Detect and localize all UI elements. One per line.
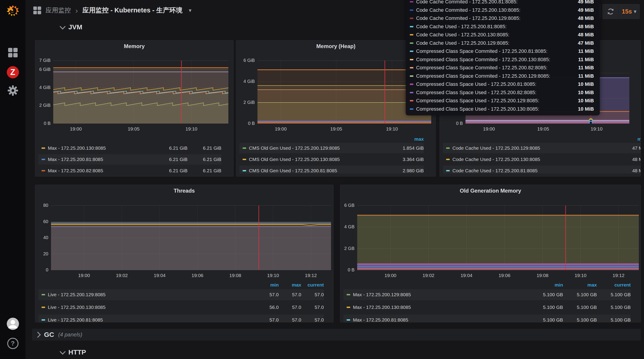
legend-column-header[interactable]: max bbox=[390, 136, 424, 142]
x-axis-tick-label: 19:10 bbox=[584, 126, 609, 132]
y-axis-tick-label: 20 bbox=[35, 251, 48, 256]
legend-series-name[interactable]: CMS Old Gen Used - 172.25.200.130:8085 bbox=[249, 157, 390, 162]
legend-series-name[interactable]: Max - 172.25.200.81:8085 bbox=[48, 157, 154, 162]
legend-series-value: 5.100 GB bbox=[563, 317, 597, 322]
grafana-logo-icon[interactable] bbox=[0, 4, 26, 18]
legend-row[interactable]: Max - 172.25.200.81:80855.100 GB5.100 GB… bbox=[344, 314, 631, 322]
tooltip-series-value: 10 MiB bbox=[564, 98, 594, 104]
legend-row[interactable]: Code Cache Used - 172.25.200.129:808547 … bbox=[443, 143, 641, 153]
refresh-button[interactable] bbox=[603, 4, 619, 19]
legend-series-name[interactable]: Code Cache Used - 172.25.200.130:8085 bbox=[452, 157, 613, 162]
series-color-swatch[interactable] bbox=[346, 319, 350, 321]
legend-row[interactable]: Live - 172.25.200.81:808557.057.057.0 bbox=[38, 314, 324, 322]
help-icon[interactable]: ? bbox=[0, 338, 26, 349]
legend-row[interactable]: CMS Old Gen Used - 172.25.200.81:80852.9… bbox=[240, 166, 424, 174]
chart-plot-area[interactable] bbox=[258, 61, 431, 124]
series-color-swatch[interactable] bbox=[42, 307, 45, 308]
dashboard-title-caret-icon[interactable]: ▾ bbox=[189, 7, 191, 14]
series-color-swatch[interactable] bbox=[42, 147, 45, 149]
settings-gear-icon[interactable] bbox=[0, 85, 26, 96]
series-color-swatch[interactable] bbox=[446, 147, 450, 149]
series-color-swatch bbox=[410, 92, 414, 93]
legend-series-name[interactable]: Code Cache Used - 172.25.200.129:8085 bbox=[452, 145, 613, 151]
legend-column-header[interactable]: max bbox=[613, 136, 641, 142]
dashboard-grid-icon[interactable] bbox=[33, 6, 42, 15]
tooltip-series-name: Compressed Class Space Used - 172.25.200… bbox=[416, 98, 564, 104]
legend-series-name[interactable]: Max - 172.25.200.81:8085 bbox=[353, 317, 529, 322]
legend-column-header[interactable]: current bbox=[301, 282, 324, 288]
legend-column-header[interactable]: current bbox=[597, 282, 631, 288]
legend-series-name[interactable]: Code Cache Used - 172.25.200.81:8085 bbox=[452, 168, 613, 173]
legend-row[interactable]: Max - 172.25.200.130:80856.21 GiB6.21 Gi… bbox=[38, 143, 221, 153]
dashboard-title[interactable]: 应用监控 - Kubernetes - 生产环境 bbox=[82, 6, 182, 15]
panel-title[interactable]: Threads bbox=[35, 188, 333, 194]
legend-row[interactable]: Code Cache Used - 172.25.200.81:808548 M… bbox=[443, 166, 641, 174]
legend-row[interactable]: Code Cache Used - 172.25.200.130:808548 … bbox=[443, 154, 641, 165]
graph-tooltip: Code Cache Commited - 172.25.200.81:8085… bbox=[406, 0, 600, 115]
panel-title[interactable]: Memory bbox=[35, 43, 233, 50]
legend-row[interactable]: Max - 172.25.200.130:80855.100 GB5.100 G… bbox=[344, 302, 631, 313]
series-color-swatch[interactable] bbox=[42, 319, 45, 321]
section-http-label: HTTP bbox=[68, 348, 86, 356]
legend-row[interactable]: Max - 172.25.200.82:80856.21 GiB6.21 GiB bbox=[38, 166, 221, 174]
legend-column-header[interactable]: max bbox=[279, 282, 301, 288]
series-color-swatch bbox=[410, 26, 414, 27]
legend-series-name[interactable]: CMS Old Gen Used - 172.25.200.81:8085 bbox=[249, 168, 390, 173]
legend-row[interactable]: Live - 172.25.200.130:808556.057.057.0 bbox=[38, 302, 324, 313]
legend-row[interactable]: Live - 172.25.200.129:808557.057.057.0 bbox=[38, 289, 324, 300]
series-color-swatch[interactable] bbox=[242, 170, 246, 171]
section-gc-panel-count: (4 panels) bbox=[58, 331, 82, 338]
legend-series-name[interactable]: CMS Old Gen Used - 172.25.200.129:8085 bbox=[249, 145, 390, 151]
zabbix-letter: Z bbox=[10, 68, 15, 76]
legend-series-name[interactable]: Live - 172.25.200.130:8085 bbox=[48, 304, 256, 310]
tooltip-series-value: 10 MiB bbox=[564, 81, 594, 87]
legend-series-value: 6.21 GiB bbox=[188, 157, 221, 162]
legend-row[interactable]: Max - 172.25.200.129:80855.100 GB5.100 G… bbox=[344, 289, 631, 300]
panel-memory[interactable]: Memory 0 B2 GiB4 GiB6 GiB7 GiB19:0019:05… bbox=[35, 40, 234, 177]
chart-plot-area[interactable] bbox=[53, 61, 228, 124]
section-http[interactable]: HTTP bbox=[60, 348, 86, 357]
series-color-swatch bbox=[410, 108, 414, 110]
x-axis-tick-label: 19:06 bbox=[492, 273, 517, 278]
section-gc[interactable]: GC (4 panels) bbox=[32, 329, 641, 340]
legend-header-row: max bbox=[443, 136, 641, 142]
series-color-swatch[interactable] bbox=[242, 159, 246, 160]
legend-series-name[interactable]: Live - 172.25.200.81:8085 bbox=[48, 317, 256, 322]
refresh-interval-dropdown[interactable]: 15s ▾ bbox=[619, 4, 640, 19]
series-color-swatch[interactable] bbox=[42, 170, 45, 171]
legend-series-name[interactable]: Max - 172.25.200.130:8085 bbox=[353, 304, 529, 310]
panel-old-generation-memory[interactable]: Old Generation Memory 0 B2 GB4 GB6 GB19:… bbox=[340, 185, 641, 322]
panel-threads[interactable]: Threads 02040608019:0019:0219:0419:0619:… bbox=[35, 185, 334, 322]
legend-row[interactable]: CMS Old Gen Used - 172.25.200.129:80851.… bbox=[240, 143, 424, 153]
apps-grid-icon[interactable] bbox=[0, 47, 26, 58]
legend-series-value: 47 MiB bbox=[613, 145, 641, 151]
legend-series-name[interactable]: Max - 172.25.200.82:8085 bbox=[48, 168, 154, 173]
tooltip-series-row: Code Cache Used - 172.25.200.130:8085:48… bbox=[410, 31, 594, 39]
legend-column-header[interactable]: max bbox=[563, 282, 597, 288]
legend-series-name[interactable]: Live - 172.25.200.129:8085 bbox=[48, 292, 256, 297]
legend-series-name[interactable]: Max - 172.25.200.129:8085 bbox=[353, 292, 529, 297]
legend-column-header[interactable]: min bbox=[529, 282, 563, 288]
series-color-swatch[interactable] bbox=[346, 307, 350, 308]
series-color-swatch[interactable] bbox=[346, 294, 350, 295]
legend-series-name[interactable]: Max - 172.25.200.130:8085 bbox=[48, 145, 154, 151]
legend-series-value: 56.0 bbox=[256, 304, 279, 310]
zabbix-app-icon[interactable]: Z bbox=[0, 66, 26, 79]
section-jvm[interactable]: JVM bbox=[60, 23, 82, 32]
user-avatar[interactable] bbox=[0, 317, 26, 330]
legend-column-header[interactable]: min bbox=[256, 282, 279, 288]
chart-plot-area[interactable] bbox=[51, 205, 331, 270]
series-color-swatch[interactable] bbox=[446, 170, 450, 171]
legend-row[interactable]: CMS Old Gen Used - 172.25.200.130:80853.… bbox=[240, 154, 424, 165]
panel-title[interactable]: Old Generation Memory bbox=[340, 188, 640, 194]
sidebar: Z bbox=[0, 0, 26, 359]
breadcrumb-folder[interactable]: 应用监控 bbox=[46, 6, 71, 15]
series-color-swatch[interactable] bbox=[242, 147, 246, 149]
legend-series-value: 48 MiB bbox=[613, 168, 641, 173]
series-color-swatch[interactable] bbox=[42, 294, 45, 295]
chart-plot-area[interactable] bbox=[357, 205, 639, 270]
series-color-swatch[interactable] bbox=[446, 159, 450, 160]
legend-row[interactable]: Max - 172.25.200.81:80856.21 GiB6.21 GiB bbox=[38, 154, 221, 165]
x-axis-tick-label: 19:05 bbox=[324, 126, 349, 132]
series-color-swatch[interactable] bbox=[42, 159, 45, 160]
